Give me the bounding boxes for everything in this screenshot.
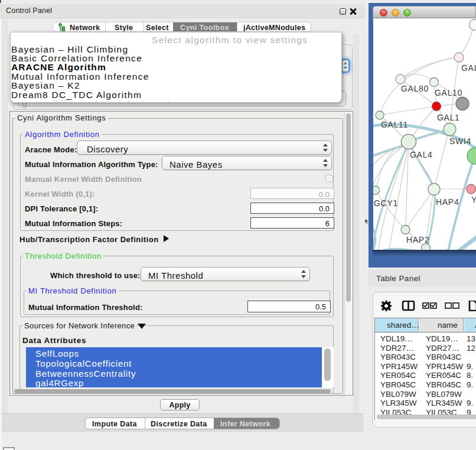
svg-text:GAL4: GAL4 (410, 150, 433, 159)
svg-text:GCY1: GCY1 (374, 198, 398, 208)
svg-text:HAP4: HAP4 (436, 197, 459, 207)
svg-text:GAL80: GAL80 (401, 84, 429, 93)
svg-text:GAL10: GAL10 (435, 88, 462, 97)
svg-text:GAL11: GAL11 (381, 120, 408, 129)
svg-text:Y: Y (471, 195, 476, 204)
svg-text:GAL1: GAL1 (437, 113, 460, 122)
svg-text:SWI4: SWI4 (449, 136, 471, 146)
svg-text:HAP2: HAP2 (406, 235, 429, 244)
svg-text:GAL7: GAL7 (461, 63, 476, 73)
